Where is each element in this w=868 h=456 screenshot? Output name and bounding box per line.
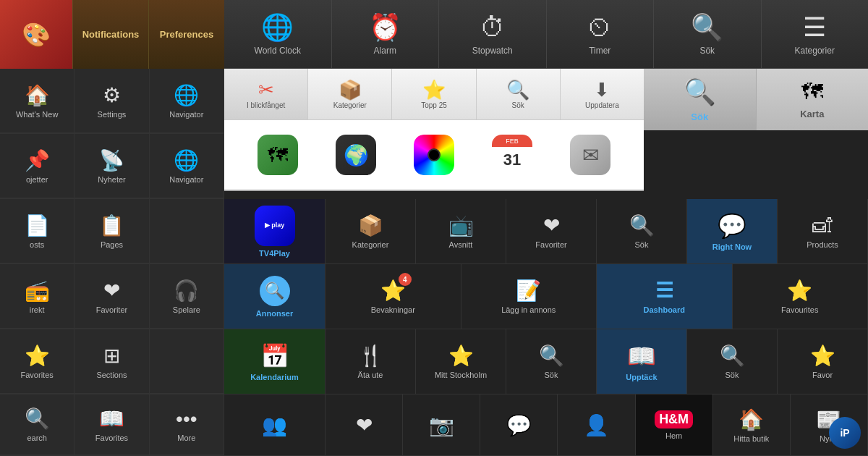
popup-app-colorwheel[interactable] [414,135,454,175]
right-now-cell[interactable]: 💬 Right Now [687,199,778,264]
popup-app-maps[interactable]: 🗺 [258,135,298,175]
sok-cell-r5[interactable]: 🔍 Sök [506,329,597,394]
dashboard-cell[interactable]: ☰ Dashboard [597,264,733,329]
alarm-label: Alarm [374,46,396,56]
bevakningar-label: Bevakningar [371,305,415,314]
sok-right-cell-r5[interactable]: 🔍 Sök [687,329,778,394]
hm-cell[interactable]: H&M Hem [636,394,713,456]
alarm-tab[interactable]: ⏰ Alarm [332,0,440,68]
left-top-bar: 🎨 Notifications Preferences [0,0,224,69]
popup-app-letter[interactable]: ✉ [570,135,610,175]
more-cell[interactable]: ••• More [150,394,224,455]
navigator-cell-1[interactable]: 🌐 Navigator [150,69,224,133]
kategorier-tab-clock[interactable]: ☰ Kategorier [762,0,869,68]
maps-icon: 🗺 [258,135,298,175]
sections-cell[interactable]: ⊞ Sections [75,329,149,394]
popup-uppdatera[interactable]: ⬇ Uppdatera [561,69,644,119]
pages-cell[interactable]: 📋 Pages [75,199,149,263]
contacts-cell[interactable]: 👤 [558,394,635,456]
notifications-button[interactable]: Notifications [72,0,148,69]
right-now-label: Right Now [712,242,752,251]
favoriter-cell-left[interactable]: ❤ Favoriter [75,264,149,329]
dashboard-icon: ☰ [655,279,673,303]
avsnitt-cell[interactable]: 📺 Avsnitt [416,199,506,264]
left-cell-3-3[interactable] [150,199,224,263]
heart-icon-left: ❤ [103,279,120,303]
camera-cell[interactable]: 📷 [403,394,480,456]
popup-app-calendar[interactable]: FEB 31 [492,135,532,175]
favourites-cell-r4[interactable]: ⭐ Favourites [733,264,869,329]
store-icon: 🏠 [739,408,764,431]
stopwatch-tab[interactable]: ⏱ Stopwatch [439,0,547,68]
sok-button-right[interactable]: 🔍 Sök [644,69,757,130]
pages-icon: 📋 [99,214,124,237]
osts-cell[interactable]: 📄 osts [0,199,75,263]
kategorier-cell-row3[interactable]: 📦 Kategorier [326,199,416,264]
search-magnify-icon: 🔍 [260,276,290,306]
mitt-stockholm-cell[interactable]: ⭐ Mitt Stockholm [416,329,506,394]
bevakningar-cell[interactable]: ⭐ 4 Bevakningar [326,264,461,329]
favoriter-cell-r3[interactable]: ❤ Favoriter [506,199,597,264]
settings-cell[interactable]: ⚙ Settings [75,69,149,133]
message-cell-bottom[interactable]: 💬 [480,394,558,456]
preferences-button[interactable]: Preferences [148,0,224,69]
hm-logo: H&M [655,410,693,428]
alarm-icon: ⏰ [369,12,401,43]
ip-badge: iP [829,417,861,449]
popup-blickfanget[interactable]: ✂ I blickfånget [224,69,308,119]
mitt-stockholm-label: Mitt Stockholm [435,371,487,379]
star-sthlm-icon: ⭐ [448,344,474,368]
lagg-in-annons-cell[interactable]: 📝 Lägg in annons [461,264,597,329]
timer-icon: ⏲ [587,12,613,43]
sok-right-label-r5: Sök [726,371,739,379]
favorites-books-cell[interactable]: 📖 Favorites [75,394,149,455]
popup-sok[interactable]: 🔍 Sök [477,69,561,119]
letter-icon: ✉ [570,135,610,175]
upptack-cell[interactable]: 📖 Upptäck [597,329,687,394]
hitta-butik-cell[interactable]: 🏠 Hitta butik [713,394,791,456]
people-icon: 👥 [262,413,287,437]
search-cell-left[interactable]: 🔍 earch [0,394,75,455]
avsnitt-label: Avsnitt [449,240,473,249]
products-cell[interactable]: 🛋 Products [778,199,868,264]
karta-button[interactable]: 🗺 Karta [757,69,869,130]
irekt-cell[interactable]: 📻 irekt [0,264,75,329]
navigator-cell-2[interactable]: 🌐 Navigator [150,134,224,198]
popup-topp25[interactable]: ⭐ Topp 25 [392,69,476,119]
star-icon-r4: ⭐ [787,279,812,303]
app-logo: 🎨 [0,0,72,69]
sofa-icon: 🛋 [812,214,833,237]
nyheter-cell-left[interactable]: 📡 Nyheter [75,134,149,198]
favourites-label-r4: Favourites [781,305,818,314]
sok-tab-clock[interactable]: 🔍 Sök [654,0,762,68]
contacts-icon: 👤 [584,413,609,437]
star-icon-left: ⭐ [25,344,50,368]
ata-ute-cell[interactable]: 🍴 Äta ute [326,329,416,394]
sok-label-r3: Sök [635,240,649,249]
search-icon-r3: 🔍 [629,214,655,237]
tv-icon: 📺 [448,214,474,237]
sok-cell-r3[interactable]: 🔍 Sök [597,199,687,264]
world-clock-tab[interactable]: 🌐 World Clock [224,0,332,68]
popup-app-globe[interactable]: 🌍 [336,135,376,175]
box-icon-r3: 📦 [358,214,383,237]
popup-nav-bar: ✂ I blickfånget 📦 Kategorier ⭐ Topp 25 🔍… [224,69,644,120]
heart-icon-r3: ❤ [543,214,560,237]
timer-tab[interactable]: ⏲ Timer [547,0,655,68]
lagg-in-label: Lägg in annons [501,305,556,314]
annonser-cell[interactable]: 🔍 Annonser [224,264,326,329]
whats-new-cell[interactable]: 🏠 What's New [0,69,75,133]
kalendarium-cell[interactable]: 📅 Kalendarium [224,329,326,394]
spelare-cell[interactable]: 🎧 Spelare [150,264,224,329]
bottom-row: 👥 ❤ 📷 💬 👤 H&M Hem 🏠 Hitta butik 📰 Nyhe [224,394,868,456]
ojetter-cell[interactable]: 📌 ojetter [0,134,75,198]
tv4play-cell[interactable]: ▶ play TV4Play [224,199,326,264]
globe-icon-2: 🌐 [174,148,199,172]
favorites-cell-left[interactable]: ⭐ Favorites [0,329,75,394]
heart-cell-bottom[interactable]: ❤ [326,394,403,456]
camera-icon: 📷 [429,413,454,437]
popup-kategorier[interactable]: 📦 Kategorier [308,69,392,119]
people-cell[interactable]: 👥 [224,394,326,456]
favor-cell[interactable]: ⭐ Favor [778,329,868,394]
left-cell-5-3[interactable] [150,329,224,394]
